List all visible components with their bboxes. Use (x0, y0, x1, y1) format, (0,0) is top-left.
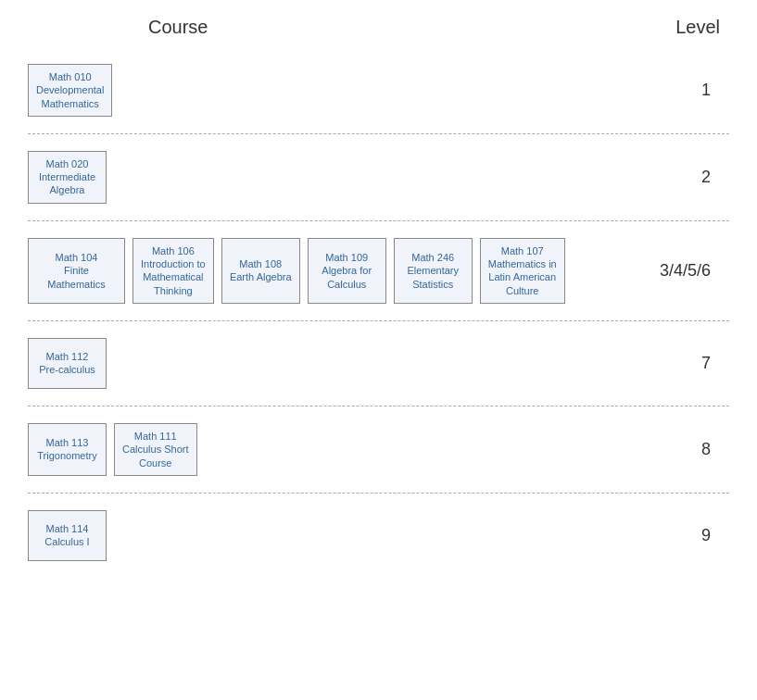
course-box-math020[interactable]: Math 020IntermediateAlgebra (28, 151, 107, 204)
level-number-9: 9 (701, 526, 711, 545)
header-row: Course Level (0, 0, 757, 47)
level-number-3/4/5/6: 3/4/5/6 (660, 261, 711, 281)
level-header: Level (675, 17, 720, 38)
course-box-math112[interactable]: Math 112Pre-calculus (28, 338, 107, 389)
course-box-math107[interactable]: Math 107Mathematics inLatin AmericanCult… (480, 238, 565, 304)
courses-container-9: Math 114Calculus I (28, 510, 720, 561)
level-row-1: Math 010DevelopmentalMathematics1 (19, 47, 738, 133)
course-header: Course (148, 17, 208, 38)
level-number-7: 7 (701, 354, 711, 373)
course-box-math106[interactable]: Math 106Introduction toMathematicalThink… (132, 238, 214, 304)
courses-container-1: Math 010DevelopmentalMathematics (28, 64, 720, 117)
course-box-math113[interactable]: Math 113Trigonometry (28, 423, 107, 476)
course-box-math109[interactable]: Math 109Algebra forCalculus (308, 238, 386, 304)
courses-container-8: Math 113TrigonometryMath 111Calculus Sho… (28, 423, 720, 476)
course-box-math114[interactable]: Math 114Calculus I (28, 510, 107, 561)
course-box-math104[interactable]: Math 104Finite Mathematics (28, 238, 125, 304)
courses-container-3/4/5/6: Math 104Finite MathematicsMath 106Introd… (28, 238, 720, 304)
course-box-math246[interactable]: Math 246ElementaryStatistics (394, 238, 473, 304)
level-row-2: Math 020IntermediateAlgebra2 (19, 134, 738, 220)
courses-container-7: Math 112Pre-calculus (28, 338, 720, 389)
level-row-7: Math 112Pre-calculus7 (19, 321, 738, 406)
course-box-math111[interactable]: Math 111Calculus ShortCourse (114, 423, 197, 476)
level-row-3/4/5/6: Math 104Finite MathematicsMath 106Introd… (19, 221, 738, 320)
level-number-2: 2 (701, 168, 711, 187)
course-box-math010[interactable]: Math 010DevelopmentalMathematics (28, 64, 112, 117)
level-number-8: 8 (701, 440, 711, 459)
content-area: Math 010DevelopmentalMathematics1Math 02… (0, 47, 757, 578)
level-row-9: Math 114Calculus I9 (19, 494, 738, 578)
courses-container-2: Math 020IntermediateAlgebra (28, 151, 720, 204)
level-number-1: 1 (701, 81, 711, 100)
level-row-8: Math 113TrigonometryMath 111Calculus Sho… (19, 406, 738, 493)
course-box-math108[interactable]: Math 108Earth Algebra (221, 238, 300, 304)
